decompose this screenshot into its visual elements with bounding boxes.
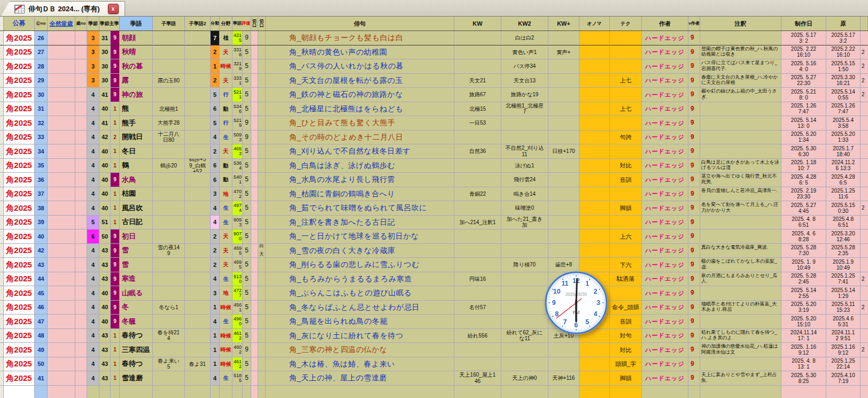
cell-kw2[interactable]	[501, 131, 548, 145]
header-zen[interactable]: 全然堂歳	[48, 17, 75, 30]
cell-main-season[interactable]: 9	[111, 229, 120, 244]
cell-zenzendo[interactable]	[48, 187, 75, 202]
cell-zenzendo[interactable]	[48, 329, 75, 343]
cell-annotation[interactable]: 櫛の歯をこぼれてかなし木の葉髪_虚.	[700, 258, 781, 272]
cell-created-date[interactable]: 2025. 4. 8 6:51	[781, 216, 826, 230]
cell-kobo-no[interactable]: 35	[35, 159, 48, 173]
cell-v-author[interactable]: 9	[688, 371, 700, 386]
header-kigo[interactable]: 季語	[120, 17, 153, 30]
cell-onomatopoeia[interactable]	[579, 357, 610, 372]
cell-kigo-score[interactable]: 4215	[232, 31, 243, 45]
cell-kiriguchi2[interactable]	[258, 187, 266, 202]
cell-ko-kigo[interactable]: 北極熊1	[153, 102, 185, 117]
cell-bunrui[interactable]: 6	[211, 159, 220, 173]
cell-ko-kigo[interactable]	[153, 187, 185, 202]
cell-kiriguchi1[interactable]	[251, 357, 258, 372]
cell-bunya[interactable]: 天	[220, 229, 232, 244]
cell-bunrui[interactable]: 6	[211, 102, 220, 117]
cell-sai-no[interactable]	[75, 45, 87, 60]
cell-kw2[interactable]: 加へた21_書き加	[501, 216, 548, 230]
cell-author[interactable]: ハードエッジ	[642, 272, 688, 287]
cell-zenzendo[interactable]	[48, 229, 75, 244]
cell-zenzendo[interactable]	[48, 272, 75, 287]
cell-main-season[interactable]: 1	[111, 329, 120, 343]
cell-bunya[interactable]: 時候	[220, 59, 232, 74]
cell-v-author[interactable]: 9	[688, 286, 700, 301]
record-selector[interactable]	[0, 88, 4, 102]
cell-season[interactable]: 4	[87, 343, 99, 357]
cell-created-date[interactable]: 2025. 5.21 8: 0	[781, 88, 826, 102]
cell-kw-plus[interactable]: 黄声+	[548, 45, 579, 60]
cell-v-author[interactable]: 9	[688, 201, 700, 216]
cell-season-no[interactable]: 40	[99, 144, 111, 159]
cell-created-date[interactable]: 2025. 5.14 13: 0	[781, 116, 826, 131]
cell-main-season[interactable]: 1	[111, 201, 120, 216]
cell-kobo-no[interactable]: 37	[35, 187, 48, 202]
cell-original-date[interactable]: 2025.5.11 15:23	[826, 301, 861, 315]
cell-kiriguchi2[interactable]	[258, 116, 266, 131]
cell-main-season[interactable]: 1	[111, 357, 120, 372]
cell-kigo-score[interactable]: 4602	[232, 343, 243, 357]
cell-hyoka[interactable]: 5	[243, 286, 251, 301]
cell-author[interactable]: ハードエッジ	[642, 343, 688, 357]
cell-kw[interactable]	[454, 244, 501, 258]
cell-kiriguchi1[interactable]	[251, 31, 258, 45]
cell-created-date[interactable]: 2025. 5.20 3:19	[781, 301, 826, 315]
cell-bunrui[interactable]: 3	[211, 286, 220, 301]
cell-onomatopoeia[interactable]	[579, 159, 610, 173]
cell-main-season[interactable]: 1	[111, 102, 120, 117]
cell-kiriguchi2[interactable]	[258, 357, 266, 372]
cell-main-season[interactable]: 1	[111, 116, 120, 131]
record-selector[interactable]	[0, 116, 4, 131]
cell-season[interactable]: 4	[87, 201, 99, 216]
cell-main-season[interactable]: 9	[111, 173, 120, 187]
cell-kw2[interactable]: 北極熊1_北極星7	[501, 102, 548, 117]
cell-ko-kigo[interactable]: 春よ来い5	[153, 357, 185, 372]
cell-ko-kigo[interactable]	[153, 371, 185, 386]
cell-kobo[interactable]: 角2025	[4, 301, 35, 315]
cell-bunya[interactable]: 時候	[220, 357, 232, 372]
cell-kiriguchi1[interactable]	[251, 144, 258, 159]
cell-technique[interactable]: 脚韻	[610, 201, 642, 216]
cell-kigo[interactable]: 雪	[120, 258, 153, 272]
cell-kw-plus[interactable]	[548, 74, 579, 88]
cell-kiriguchi1[interactable]	[251, 244, 258, 258]
cell-bunya[interactable]: 時候	[220, 329, 232, 343]
header-kno[interactable]: 公no	[35, 17, 48, 30]
cell-author[interactable]: ハードエッジ	[642, 88, 688, 102]
cell-sai-no[interactable]	[75, 159, 87, 173]
cell-clipped-column[interactable]	[861, 187, 868, 202]
cell-season[interactable]: 3	[87, 59, 99, 74]
cell-onomatopoeia[interactable]	[579, 116, 610, 131]
cell-kiriguchi1[interactable]	[251, 131, 258, 145]
cell-zenzendo[interactable]	[48, 159, 75, 173]
record-selector[interactable]	[0, 102, 4, 117]
cell-bunrui[interactable]: 4	[211, 315, 220, 329]
cell-main-season[interactable]: 9	[111, 31, 120, 45]
cell-ko-kigo[interactable]	[153, 201, 185, 216]
cell-haiku[interactable]: 角_バス停の人いれかはる秋の暮	[266, 59, 454, 74]
cell-haiku[interactable]: 角_ひと目みて熊も驚く大熊手	[266, 116, 454, 131]
cell-original-date[interactable]: 2024.11.2 6 13:3	[826, 159, 861, 173]
cell-kigo-score[interactable]: 8093	[232, 216, 243, 230]
cell-ko-kigo2[interactable]	[185, 272, 211, 287]
cell-author[interactable]	[642, 386, 688, 398]
cell-zenzendo[interactable]	[48, 258, 75, 272]
analog-clock-widget[interactable]: 1234567891011122025/05/30PM	[544, 270, 609, 335]
cell-season[interactable]: 4	[87, 244, 99, 258]
cell-season-no[interactable]: 43	[99, 357, 111, 372]
cell-hyoka[interactable]: 5	[243, 144, 251, 159]
cell-kobo-no[interactable]: 30	[35, 88, 48, 102]
cell-main-season[interactable]: 9	[111, 244, 120, 258]
cell-kigo-score[interactable]: 4695	[232, 244, 243, 258]
cell-kw[interactable]	[454, 286, 501, 301]
record-selector[interactable]	[0, 244, 4, 258]
cell-kw[interactable]: 自然36	[454, 144, 501, 159]
cell-bunrui[interactable]: 1	[211, 357, 220, 372]
cell-kiriguchi2[interactable]	[258, 173, 266, 187]
cell-kiriguchi1[interactable]	[251, 74, 258, 88]
cell-season-no[interactable]: 43	[99, 329, 111, 343]
cell-kobo-no[interactable]: 44	[35, 272, 48, 287]
cell-v-author[interactable]: 9	[688, 258, 700, 272]
cell-onomatopoeia[interactable]	[579, 229, 610, 244]
